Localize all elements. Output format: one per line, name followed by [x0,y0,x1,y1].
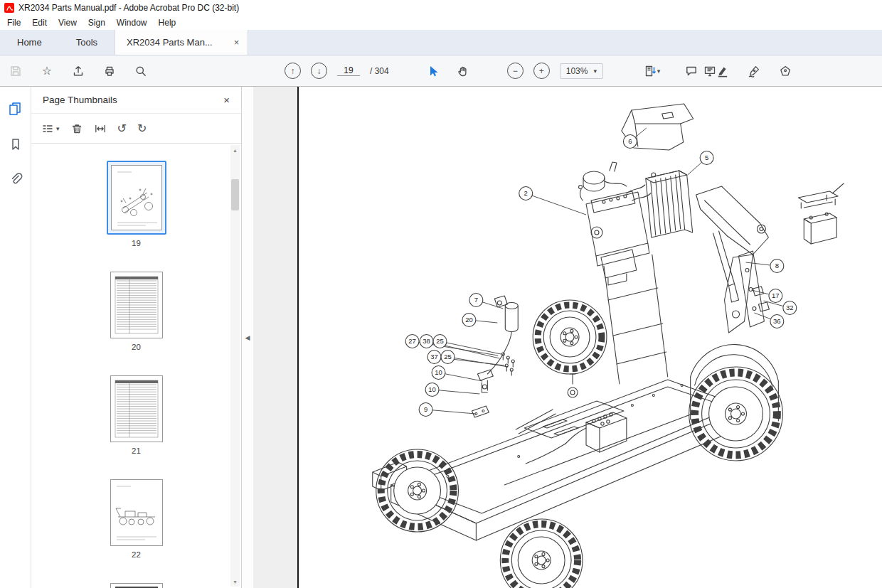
thumbnail-23-preview [111,584,162,588]
menu-window[interactable]: Window [111,16,153,29]
callout-2: 2 [519,187,586,215]
callout-5: 5 [688,151,713,176]
select-tool-icon[interactable] [423,61,443,81]
svg-text:25: 25 [444,353,452,360]
callout-10b: 10 [425,383,479,397]
bookmarks-icon[interactable] [9,137,23,154]
page-thumbnail-19[interactable]: 19 [107,161,166,249]
panel-title: Page Thumbnails [43,95,117,105]
rotate-cw-icon[interactable]: ↻ [137,123,147,134]
wheel [533,300,607,374]
parts-diagram: 6 5 2 8 17 32 36 7 20 27 38 25 37 25 10 … [299,87,882,588]
menu-view[interactable]: View [53,16,83,29]
tab-document[interactable]: XR2034 Parts Man... × [115,30,248,55]
thumbnails-toolbar: ▾ ↺ ↻ [31,114,241,144]
star-icon[interactable]: ☆ [37,61,57,81]
attachments-icon[interactable] [9,172,23,188]
close-icon[interactable]: × [223,94,230,106]
rotate-ccw-icon[interactable]: ↺ [117,123,127,134]
print-button[interactable] [100,61,119,81]
thumbnail-page-number: 21 [132,447,141,456]
tab-bar: Home Tools XR2034 Parts Man... × [0,30,882,55]
highlight-tool-icon[interactable] [713,61,733,81]
comment-tool-icon[interactable] [681,61,701,81]
thumbnails-scrollbar: ▴ ▾ [230,145,240,587]
page-thumbnails-icon[interactable] [8,101,23,119]
thumbnail-20-preview [111,272,162,338]
menu-file[interactable]: File [1,16,26,29]
thumbnail-21-preview [111,376,162,442]
page-display-dropdown[interactable]: ▾ [637,61,666,81]
close-icon[interactable]: × [234,37,240,48]
svg-text:27: 27 [408,337,416,345]
svg-text:8: 8 [775,262,779,269]
fastener-cluster-group [501,353,514,375]
fit-width-icon[interactable] [94,122,107,135]
page-thumbnail-20[interactable]: 20 [110,272,163,353]
thumbnail-22-preview [111,480,162,545]
scroll-down-arrow[interactable]: ▾ [230,577,240,587]
thumbnail-list: 19 20 [31,144,241,588]
support-channel-group [738,251,769,327]
page-thumbnail-23-partial[interactable] [110,583,163,588]
navigation-rail [0,87,31,588]
engine-group [579,162,651,285]
options-menu-button[interactable]: ▾ [41,122,60,135]
thumbnails-panel: Page Thumbnails × ▾ ↺ ↻ [31,87,242,588]
main-toolbar: ☆ ↑ ↓ / 304 − + 103% ▾ ▾ [0,55,882,87]
scrollbar-thumb[interactable] [231,179,239,210]
chevron-down-icon: ▾ [593,68,597,75]
save-button[interactable] [6,61,26,81]
callout-36: 36 [754,313,783,328]
muffler-pump-group [494,296,518,354]
svg-text:36: 36 [773,317,781,325]
radiator-group [646,171,693,237]
scroll-up-arrow[interactable]: ▴ [230,145,240,155]
zoom-level-value: 103% [566,66,588,76]
svg-text:32: 32 [786,304,794,311]
menu-edit[interactable]: Edit [26,16,53,29]
svg-text:17: 17 [772,292,780,299]
pdf-page-canvas[interactable]: 6 5 2 8 17 32 36 7 20 27 38 25 37 25 10 … [297,87,882,588]
zoom-out-button[interactable]: − [507,63,524,79]
chevron-down-icon: ▾ [56,125,60,132]
search-icon[interactable] [131,61,151,81]
window-title: XR2034 Parts Manual.pdf - Adobe Acrobat … [18,3,239,13]
menu-sign[interactable]: Sign [83,16,111,29]
page-thumbnail-22[interactable]: 22 [110,479,163,560]
thumbnail-page-number: 22 [132,550,141,560]
svg-text:25: 25 [436,337,444,345]
scrollbar-track[interactable] [230,155,240,577]
svg-text:38: 38 [423,337,430,345]
thumbnail-19-preview [112,166,163,231]
page-thumbnail-21[interactable]: 21 [110,375,163,456]
thumbnail-selected-frame [107,161,166,235]
wheel [689,367,783,461]
callout-6: 6 [623,128,646,149]
svg-text:6: 6 [628,137,632,145]
content-area: Page Thumbnails × ▾ ↺ ↻ [0,87,882,588]
stamp-tool-icon[interactable] [775,61,795,81]
callout-10: 10 [432,366,482,382]
previous-page-button[interactable]: ↑ [285,63,301,79]
document-area: 6 5 2 8 17 32 36 7 20 27 38 25 37 25 10 … [253,87,882,588]
sign-tool-icon[interactable] [744,61,764,81]
panel-collapse-handle[interactable]: ◀ [242,87,253,588]
callout-9: 9 [419,403,475,417]
delete-page-button[interactable] [70,122,83,135]
loader-arm-group [696,186,769,333]
page-total-label: / 304 [370,66,389,76]
tab-home[interactable]: Home [0,30,59,55]
acrobat-icon [4,3,14,13]
share-icon[interactable] [68,61,88,81]
tab-tools[interactable]: Tools [59,30,115,55]
next-page-button[interactable]: ↓ [311,63,327,79]
hand-tool-icon[interactable] [453,61,473,81]
svg-text:7: 7 [474,296,478,304]
menu-help[interactable]: Help [153,16,182,29]
svg-text:10: 10 [435,368,442,376]
page-number-input[interactable] [337,65,360,76]
zoom-level-dropdown[interactable]: 103% ▾ [560,63,603,79]
zoom-in-button[interactable]: + [533,63,550,79]
wheel [500,519,583,588]
